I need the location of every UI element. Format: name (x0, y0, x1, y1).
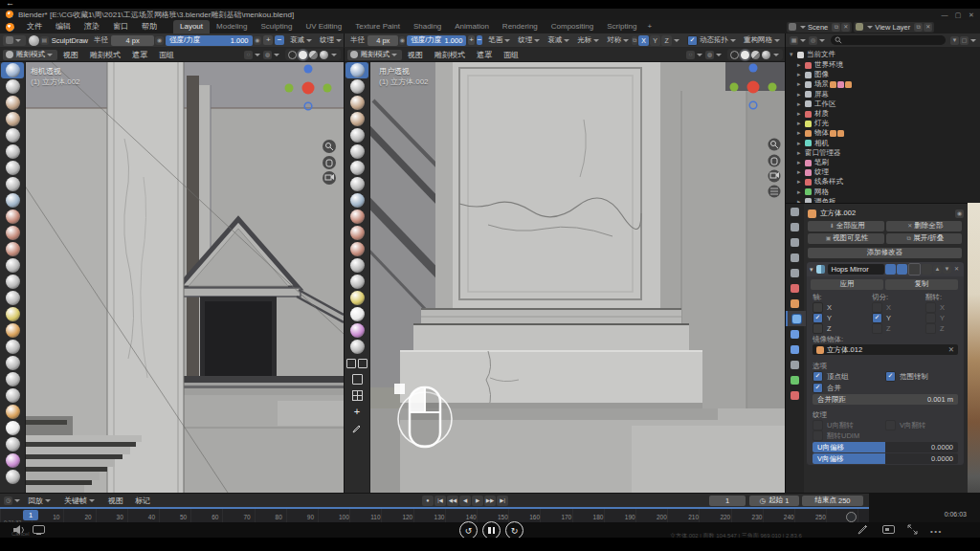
proportional-edit-icon[interactable]: ◌ (244, 51, 253, 59)
offset-u-slider[interactable]: U向偏移0.0000 (813, 442, 958, 452)
tab-layout[interactable]: Layout (173, 20, 210, 33)
outliner-item-2[interactable]: ▸图像 (797, 70, 979, 79)
cage-toggle[interactable] (922, 264, 932, 275)
box-hide-tool[interactable] (345, 371, 368, 387)
timeline-menu-关键帧[interactable]: 关键帧 (58, 496, 102, 506)
merge-limit-slider[interactable]: 合并限距0.001 m (813, 394, 958, 405)
viewport-menu-面组[interactable]: 面组 (498, 50, 524, 60)
tab-scripting[interactable]: Scripting (600, 20, 643, 33)
radius-pressure-icon[interactable]: ◉ (399, 36, 405, 45)
outliner-options-icon[interactable]: ▢ (960, 36, 969, 45)
copy-button[interactable]: 复制 (885, 279, 958, 290)
physics-tab[interactable] (786, 342, 804, 357)
remove-view-layer-button[interactable]: ✕ (924, 23, 932, 32)
solid-shading-button[interactable] (741, 51, 749, 59)
expand-icon[interactable]: ▸ (797, 178, 805, 186)
expand-icon[interactable]: ▸ (797, 110, 805, 118)
filter-mode-icon[interactable]: ◎ (809, 36, 817, 45)
jump-end-button[interactable]: ▶| (497, 496, 508, 506)
timeline-menu-视图[interactable]: 视图 (102, 496, 129, 506)
flip-z-checkbox[interactable]: Z (925, 323, 945, 334)
timeline-menu-标记[interactable]: 标记 (129, 496, 156, 506)
radius-field[interactable]: 4 px (368, 35, 398, 46)
outliner-item-7[interactable]: ▸灯光 (797, 119, 979, 128)
outliner-item-6[interactable]: ▸材质 (797, 109, 979, 119)
wireframe-shading-button[interactable] (288, 51, 297, 59)
pin-icon[interactable]: ◉ (955, 209, 964, 218)
axis-x-checkbox[interactable]: X (813, 302, 832, 313)
expand-icon[interactable]: ▸ (797, 91, 805, 99)
popover-纹理[interactable]: 纹理 (518, 35, 542, 45)
checkbox[interactable] (872, 323, 882, 334)
snap-icon[interactable]: ◍ (705, 51, 714, 59)
add-modifier-button[interactable]: 添加修改器 (808, 248, 962, 258)
display-mode-icon[interactable]: ▦ (790, 36, 798, 45)
outliner-item-11[interactable]: ▸笔刷 (797, 158, 979, 167)
popover-纹理[interactable]: 纹理 (320, 35, 344, 45)
inflate-brush[interactable] (1, 143, 24, 160)
popover-衰减[interactable]: 衰减 (547, 35, 571, 45)
current-frame-field[interactable]: 1 (709, 496, 746, 506)
viewport-menu-遮罩[interactable]: 遮罩 (126, 50, 153, 60)
menu-编辑[interactable]: 编辑 (49, 20, 78, 33)
pan-view-icon[interactable] (323, 156, 336, 169)
nudge-brush[interactable] (1, 355, 24, 371)
radius-pressure-icon[interactable]: ◉ (155, 36, 164, 45)
strength-slider[interactable]: 强度/力度1.000 (407, 35, 466, 46)
player-back-button[interactable]: ← (6, 0, 14, 8)
next-key-button[interactable]: ▶▶ (484, 496, 496, 506)
outliner-item-9[interactable]: ▸相机 (797, 139, 979, 148)
fill-brush[interactable] (1, 225, 24, 241)
wireframe-shading-button[interactable] (730, 51, 739, 59)
minimize-button[interactable]: — (940, 11, 949, 19)
rotate-brush[interactable] (1, 371, 24, 387)
dyntopo-popover[interactable]: 动态拓扑 (687, 35, 738, 46)
overlays-icon[interactable]: ◍ (263, 51, 272, 59)
left-3d-viewport[interactable]: 相机透视 (1) 立方体.002 (0, 62, 344, 493)
fill-brush[interactable] (345, 225, 368, 241)
viewport-menu-遮罩[interactable]: 遮罩 (471, 50, 498, 60)
expand-icon[interactable]: ▸ (797, 80, 805, 88)
expand-icon[interactable]: ▸ (797, 188, 805, 196)
data-tab[interactable] (786, 372, 804, 387)
view-layer-tab[interactable] (786, 250, 804, 265)
expand-icon[interactable]: ▸ (797, 100, 805, 108)
expand-icon[interactable]: ▾ (790, 51, 797, 58)
world-tab[interactable] (786, 280, 804, 296)
render-tab[interactable] (786, 219, 804, 234)
delete-all-button[interactable]: ✕删除全部 (886, 221, 963, 231)
axis-z-checkbox[interactable]: Z (813, 323, 832, 334)
modifiers-tab[interactable] (786, 311, 806, 326)
clay-brush[interactable] (345, 95, 368, 111)
subtract-brush-button[interactable]: − (275, 35, 284, 45)
expand-icon[interactable]: ▸ (797, 149, 805, 157)
outliner-item-13[interactable]: ▸线条样式 (797, 177, 979, 187)
close-button[interactable]: ✕ (967, 11, 976, 19)
frame-end-field[interactable]: 结束点 250 (802, 496, 863, 506)
flatten-brush[interactable] (345, 209, 368, 225)
play-rev-button[interactable]: ◀ (459, 496, 471, 506)
checkbox[interactable] (872, 313, 882, 323)
fullscreen-arrows-icon[interactable] (907, 524, 918, 535)
checkbox[interactable] (813, 323, 823, 334)
particles-tab[interactable] (786, 326, 804, 342)
expand-icon[interactable]: ▸ (797, 129, 805, 137)
expand-icon[interactable]: ▸ (797, 159, 805, 166)
outliner-item-4[interactable]: ▸屏幕 (797, 90, 979, 99)
layer-brush[interactable] (345, 127, 368, 143)
tab-shading[interactable]: Shading (407, 20, 448, 33)
clay-brush[interactable] (1, 95, 24, 111)
viewport-toggle[interactable] (897, 264, 907, 275)
new-scene-button[interactable]: ⧉ (832, 23, 840, 32)
pinch-brush[interactable] (345, 257, 368, 274)
grab-brush[interactable] (345, 274, 368, 290)
draw-face-sets-brush[interactable] (1, 469, 24, 485)
scrollbar-handle[interactable] (846, 512, 857, 522)
tab-uv-editing[interactable]: UV Editing (299, 20, 348, 33)
outliner-search-input[interactable] (831, 35, 946, 45)
tab-sculpting[interactable]: Sculpting (255, 20, 300, 33)
camera-view-icon[interactable] (768, 170, 781, 183)
viewport-menu-视图[interactable]: 视图 (402, 50, 429, 60)
brush-preview-icon[interactable] (29, 35, 39, 46)
tab-texture-paint[interactable]: Texture Paint (348, 20, 407, 33)
